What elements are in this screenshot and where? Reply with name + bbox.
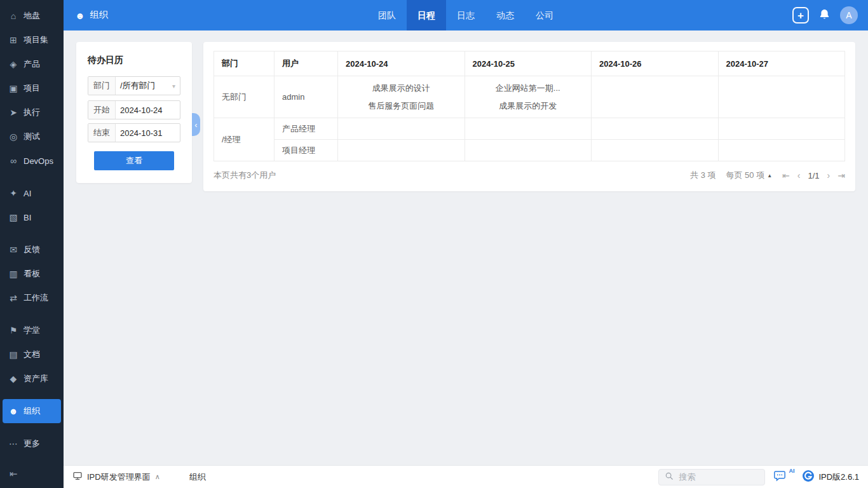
- last-page-icon[interactable]: ⇥: [837, 170, 845, 180]
- end-date-input[interactable]: [116, 128, 180, 138]
- chevron-left-icon: ‹: [194, 120, 197, 130]
- tab-company[interactable]: 公司: [525, 0, 564, 30]
- feedback-icon: ✉: [8, 245, 18, 255]
- schedule-item[interactable]: 企业网站第一期...: [469, 79, 588, 97]
- department-select[interactable]: 部门 /所有部门 ▾: [88, 76, 180, 95]
- schedule-cell-empty: [338, 140, 465, 161]
- schedule-card: 部门 用户 2024-10-24 2024-10-25 2024-10-26 2…: [203, 42, 855, 191]
- avatar[interactable]: A: [840, 6, 858, 24]
- department-label: 部门: [88, 77, 116, 95]
- sidebar-item-program[interactable]: ⊞ 项目集: [0, 28, 64, 52]
- end-date-field[interactable]: 结束: [88, 123, 180, 142]
- ai-assistant-button[interactable]: AI: [773, 470, 794, 484]
- sidebar-item-org[interactable]: ☻ 组织: [3, 399, 61, 423]
- user-cell: admin: [275, 76, 338, 118]
- schedule-cell-empty: [592, 118, 719, 140]
- page-size-select[interactable]: 每页 50 项 ▲: [726, 170, 773, 181]
- schedule-item[interactable]: 成果展示的开发: [469, 97, 588, 115]
- search-icon: [665, 471, 674, 482]
- sidebar-item-doc[interactable]: ▤ 文档: [0, 342, 64, 367]
- schedule-item[interactable]: 售后服务页面问题: [342, 97, 461, 115]
- devops-icon: ∞: [8, 156, 18, 166]
- org-icon: ☻: [75, 10, 85, 21]
- prev-page-icon[interactable]: ‹: [797, 170, 801, 180]
- ai-icon: ✦: [8, 188, 18, 198]
- sidebar-item-devops[interactable]: ∞ DevOps: [0, 149, 64, 173]
- department-value: /所有部门: [116, 80, 172, 92]
- sidebar-item-feedback[interactable]: ✉ 反馈: [0, 238, 64, 262]
- main-column: ☻ 组织 团队 日程 日志 动态 公司 +: [64, 0, 868, 488]
- schedule-cell-empty: [465, 118, 592, 140]
- sidebar-item-label: DevOps: [24, 156, 53, 166]
- next-page-icon[interactable]: ›: [827, 170, 831, 180]
- sidebar-item-school[interactable]: ⚑ 学堂: [0, 318, 64, 342]
- notifications-button[interactable]: [818, 8, 831, 23]
- asset-icon: ◆: [8, 374, 18, 384]
- first-page-icon[interactable]: ⇤: [782, 170, 790, 180]
- sidebar-item-test[interactable]: ◎ 测试: [0, 125, 64, 149]
- sidebar-item-home[interactable]: ⌂ 地盘: [0, 4, 64, 28]
- total-count: 共 3 项: [690, 170, 715, 181]
- tab-log[interactable]: 日志: [446, 0, 485, 30]
- col-header-date-4: 2024-10-27: [718, 51, 845, 76]
- department-cell: 无部门: [214, 76, 275, 118]
- sidebar-item-asset[interactable]: ◆ 资产库: [0, 367, 64, 391]
- search-box[interactable]: [658, 469, 765, 485]
- schedule-cell: 成果展示的设计 售后服务页面问题: [338, 76, 465, 118]
- nav-divider: [0, 391, 64, 399]
- program-icon: ⊞: [8, 35, 18, 45]
- sidebar-item-bi[interactable]: ▧ BI: [0, 205, 64, 229]
- schedule-item[interactable]: 成果展示的设计: [342, 79, 461, 97]
- view-button[interactable]: 查看: [94, 151, 174, 170]
- content-area: 待办日历 部门 /所有部门 ▾ 开始 结束 查看 ‹: [64, 30, 868, 465]
- schedule-cell-empty: [338, 118, 465, 140]
- sidebar-item-label: 项目: [24, 83, 40, 94]
- sidebar-item-more[interactable]: ⋯ 更多: [0, 431, 64, 456]
- sidebar-item-label: 学堂: [24, 325, 40, 336]
- sidebar-item-label: 工作流: [24, 292, 48, 304]
- sidebar-item-label: 反馈: [24, 244, 40, 255]
- sidebar-item-label: 产品: [24, 58, 40, 70]
- test-icon: ◎: [8, 132, 18, 142]
- sidebar-item-kanban[interactable]: ▥ 看板: [0, 262, 64, 286]
- user-cell: 项目经理: [275, 140, 338, 161]
- col-header-date-2: 2024-10-25: [465, 51, 592, 76]
- sidebar-item-label: 地盘: [24, 10, 40, 22]
- caret-up-icon: ▲: [767, 173, 772, 179]
- sidebar-item-project[interactable]: ▣ 项目: [0, 76, 64, 100]
- search-input[interactable]: [677, 471, 759, 482]
- sidebar-collapse-button[interactable]: ⇤: [0, 460, 64, 488]
- sidebar-item-label: AI: [24, 189, 31, 198]
- tab-team[interactable]: 团队: [367, 0, 407, 30]
- sidebar-item-workflow[interactable]: ⇄ 工作流: [0, 286, 64, 310]
- tab-schedule[interactable]: 日程: [407, 0, 446, 30]
- breadcrumb[interactable]: 组织: [189, 471, 206, 483]
- sidebar-item-product[interactable]: ◈ 产品: [0, 52, 64, 76]
- project-icon: ▣: [8, 83, 18, 93]
- topbar: ☻ 组织 团队 日程 日志 动态 公司 +: [64, 0, 868, 30]
- sidebar-item-ai[interactable]: ✦ AI: [0, 181, 64, 205]
- user-cell: 产品经理: [275, 118, 338, 140]
- pagination: 共 3 项 每页 50 项 ▲ ⇤ ‹ 1/1 › ⇥: [690, 170, 845, 181]
- start-date-field[interactable]: 开始: [88, 100, 180, 119]
- panel-collapse-handle[interactable]: ‹: [192, 113, 200, 136]
- schedule-cell: 企业网站第一期... 成果展示的开发: [465, 76, 592, 118]
- org-icon: ☻: [8, 406, 18, 416]
- start-date-label: 开始: [88, 101, 116, 119]
- create-button[interactable]: +: [792, 7, 809, 24]
- app-title: IPD研发管理界面: [87, 471, 151, 483]
- schedule-cell-empty: [592, 140, 719, 161]
- table-header-row: 部门 用户 2024-10-24 2024-10-25 2024-10-26 2…: [214, 51, 845, 76]
- pager-controls: ⇤ ‹ 1/1 › ⇥: [782, 170, 845, 180]
- sidebar-item-label: 测试: [24, 131, 40, 142]
- sidebar-item-execution[interactable]: ➤ 执行: [0, 100, 64, 125]
- product-icon: ◈: [8, 59, 18, 69]
- tab-dynamic[interactable]: 动态: [485, 0, 525, 30]
- nav-divider: [0, 310, 64, 318]
- sidebar-item-label: BI: [24, 213, 31, 222]
- sidebar-nav: ⌂ 地盘 ⊞ 项目集 ◈ 产品 ▣ 项目 ➤ 执行 ◎ 测试: [0, 0, 64, 456]
- brand: IPD版2.6.1: [802, 470, 859, 484]
- plus-icon: +: [797, 10, 804, 21]
- app-switcher[interactable]: IPD研发管理界面 ∧: [72, 471, 160, 483]
- start-date-input[interactable]: [116, 105, 180, 115]
